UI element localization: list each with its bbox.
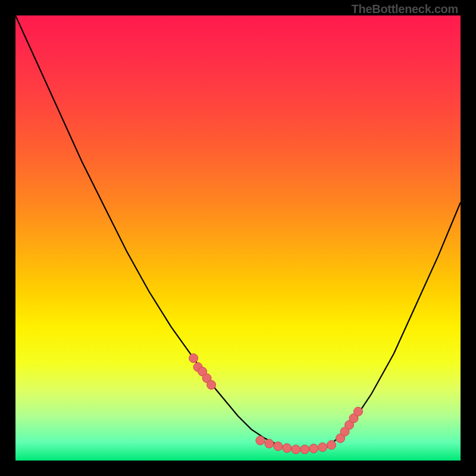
highlight-point — [256, 436, 265, 445]
highlight-point — [353, 407, 362, 416]
highlight-point — [309, 444, 318, 453]
highlight-point — [300, 445, 309, 454]
outer-frame: TheBottleneck.com — [0, 0, 476, 476]
chart-svg — [15, 15, 461, 461]
highlight-points-group — [189, 353, 363, 453]
watermark-text: TheBottleneck.com — [352, 2, 458, 16]
highlight-point — [318, 443, 327, 452]
highlight-point — [265, 439, 274, 448]
highlight-point — [292, 445, 300, 454]
highlight-point — [189, 353, 198, 362]
highlight-point — [274, 442, 283, 451]
highlight-point — [207, 380, 216, 389]
curve-line — [15, 15, 461, 449]
highlight-point — [283, 444, 292, 453]
highlight-point — [327, 440, 336, 449]
plot-area — [15, 15, 461, 461]
